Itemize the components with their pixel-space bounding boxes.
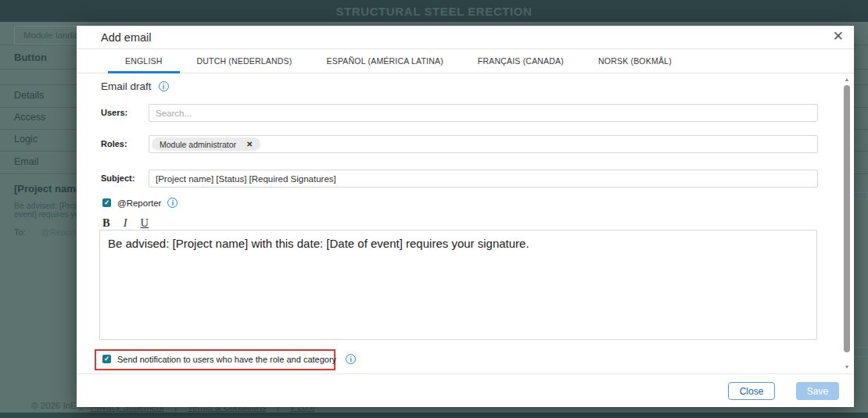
to-label: To:: [14, 227, 26, 237]
users-label: Users:: [101, 104, 127, 122]
app-topbar: STRUCTURAL STEEL ERECTION: [0, 0, 868, 22]
tab-english[interactable]: ENGLISH: [108, 49, 180, 73]
tab-francais[interactable]: FRANÇAIS (CANADA): [461, 49, 581, 73]
role-chip-label: Module administrator: [160, 140, 236, 149]
modal-title: Add email: [101, 26, 151, 49]
scroll-down-icon[interactable]: ▼: [842, 363, 852, 371]
app-title: STRUCTURAL STEEL ERECTION: [335, 5, 532, 18]
italic-button[interactable]: I: [124, 216, 127, 230]
email-draft-heading: Email draft i: [101, 80, 169, 92]
modal-header: Add email ✕: [77, 26, 854, 49]
tab-dutch[interactable]: DUTCH (NEDERLANDS): [180, 49, 310, 73]
underline-button[interactable]: U: [141, 216, 149, 230]
add-email-modal: Add email ✕ ENGLISH DUTCH (NEDERLANDS) E…: [77, 26, 854, 407]
notification-checkbox[interactable]: ✓: [102, 355, 111, 363]
email-preview-line: event] requires your: [14, 209, 87, 219]
info-icon[interactable]: i: [167, 198, 178, 208]
email-draft-label: Email draft: [101, 80, 152, 92]
bottom-strip: [0, 413, 868, 418]
editor-toolbar: B I U: [102, 216, 149, 230]
info-icon[interactable]: i: [346, 354, 356, 364]
roles-label: Roles:: [101, 135, 127, 153]
tab-norsk[interactable]: NORSK (BOKMÅL): [581, 49, 689, 73]
notification-checkbox-row: ✓ Send notification to users who have th…: [102, 354, 356, 364]
module-landing-tab-label: Module landing: [23, 30, 84, 40]
remove-chip-icon[interactable]: ✕: [246, 140, 253, 148]
close-icon[interactable]: ✕: [833, 29, 844, 45]
tab-espanol[interactable]: ESPAÑOL (AMÉRICA LATINA): [310, 49, 461, 73]
reporter-checkbox-row: ✓ @Reporter i: [102, 198, 178, 208]
close-button[interactable]: Close: [728, 382, 775, 400]
modal-content: Email draft i Users: Roles: Module admin…: [77, 74, 854, 371]
notification-label: Send notification to users who have the …: [117, 355, 336, 364]
language-tabbar: ENGLISH DUTCH (NEDERLANDS) ESPAÑOL (AMÉR…: [77, 49, 854, 73]
reporter-label: @Reporter: [117, 198, 161, 208]
bg-section-title: Button: [14, 52, 47, 63]
reporter-checkbox[interactable]: ✓: [102, 198, 111, 207]
subject-label: Subject:: [101, 170, 135, 188]
modal-footer: Close Save: [77, 373, 854, 407]
email-body-textarea[interactable]: Be advised: [Project name] with this dat…: [99, 230, 817, 340]
subject-input[interactable]: [149, 170, 818, 188]
role-chip: Module administrator ✕: [152, 138, 260, 151]
save-button[interactable]: Save: [796, 382, 839, 400]
modal-scrollbar[interactable]: ▲ ▼: [842, 76, 852, 371]
info-icon[interactable]: i: [159, 81, 169, 91]
scrollbar-thumb[interactable]: [844, 85, 850, 352]
scroll-up-icon[interactable]: ▲: [842, 76, 852, 84]
users-search-input[interactable]: [149, 104, 818, 122]
bold-button[interactable]: B: [102, 216, 110, 230]
roles-input[interactable]: Module administrator ✕: [149, 135, 818, 153]
email-preview-to: To:@Reporter: [14, 227, 84, 237]
